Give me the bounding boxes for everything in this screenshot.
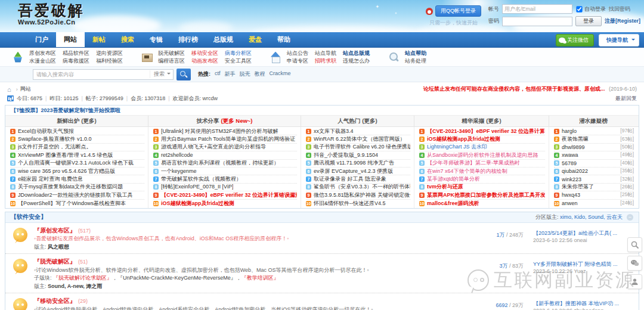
topic-link[interactable]: xx文库下载器3.4 — [314, 128, 354, 135]
home-icon[interactable]: ⌂ — [7, 86, 11, 93]
hot-keyword-脱壳[interactable]: 脱壳 — [240, 70, 250, 78]
password-input[interactable] — [502, 17, 572, 26]
topic-link[interactable]: iOS越狱检测app及frida过检测 — [161, 200, 234, 207]
auto-login-checkbox[interactable] — [576, 6, 582, 12]
column-header-more-link[interactable]: (更多) — [362, 117, 377, 125]
topic-link[interactable]: 一个keygenme — [161, 168, 197, 175]
account-input[interactable] — [502, 4, 572, 14]
subnav-link-福利经验区[interactable]: 福利经验区 — [96, 58, 123, 64]
topic-link[interactable]: Excel自动获取天气预报 — [18, 128, 74, 135]
find-password-link[interactable]: 找回密码 — [609, 5, 630, 13]
subnav-link-脱壳破解区[interactable]: 脱壳破解区 — [158, 50, 185, 57]
topic-link[interactable]: 【CVE-2021-3490】eBPF verifier 32 位边界计算错误漏… — [161, 191, 297, 199]
topic-link[interactable]: 【少年寻师破界游】第二章-苹果成熟时 — [427, 160, 520, 168]
announcement-link[interactable]: 论坛禁止发布任何可能存在商业侵权内容，包括但不限于影视资源、原创或... (20… — [423, 85, 637, 93]
last-post-link[interactable]: 【2023/5/14更新】ai绘画小工具( ... — [533, 230, 633, 237]
topic-link[interactable]: 腾讯视频 v11.71.9098 纯净无广告 — [314, 160, 394, 168]
topic-link[interactable]: js文件打开是空的，无法断点。 — [18, 144, 92, 151]
topic-link[interactable]: 鲨鱼听书（安卓V0.3.3）不一样的听书体验 — [314, 184, 410, 191]
topic-link[interactable]: 某手游xqtd的简单分析 — [427, 175, 480, 183]
topic-link[interactable]: 56789 — [562, 160, 577, 166]
subnav-link-安全工具区[interactable]: 安全工具区 — [225, 58, 252, 64]
topic-link[interactable]: 用大白Baymax Patch Tools简单逆向某虚拟机的网络验证 — [161, 135, 295, 143]
subforum-link[interactable]: 『教学培训区』 — [242, 275, 279, 281]
topic-link[interactable]: LightningChart JS 去水印 — [427, 144, 487, 151]
topic-link[interactable]: 夜装饰黑嘛 — [562, 135, 589, 143]
topic-link[interactable]: [Ultralink] 对其使用的STM32F4固件的分析与破解 — [161, 128, 278, 135]
nav-item-总版规[interactable]: 总版规 — [206, 32, 241, 47]
subnav-link-移动安全区[interactable]: 移动安全区 — [191, 50, 218, 57]
search-button[interactable] — [177, 69, 191, 80]
topic-link[interactable]: ev录屏 EVCapture_v4.2.3 便携版 — [314, 168, 393, 175]
topic-link[interactable]: JDownloader2一款性能强大的链接抓取下载工具 — [18, 191, 133, 199]
nav-item-排行榜[interactable]: 排行榜 — [171, 32, 206, 47]
subnav-link-病毒分析区[interactable]: 病毒分析区 — [225, 50, 252, 57]
section-title[interactable]: 【软件安全】 — [11, 213, 47, 221]
search-scope-dropdown[interactable]: 搜索 — [150, 70, 173, 78]
nav-item-新帖[interactable]: 新帖 — [85, 32, 113, 47]
moderator-names[interactable]: Sound, A-new, 涛之雨 — [48, 283, 102, 289]
wechat-icon[interactable] — [627, 256, 642, 271]
topic-link[interactable]: malloc&free源码浅析 — [427, 200, 479, 207]
moderator-names[interactable]: 风之暇想 — [48, 244, 69, 250]
site-logo[interactable]: 吾爱破解 Www.52PoJie.Cn — [18, 3, 85, 26]
subnav-link-违规怎么办[interactable]: 违规怎么办 — [343, 58, 370, 64]
topic-link[interactable]: hwxq43 — [562, 192, 580, 198]
section-moderators-names[interactable]: ximo, Kido, Sound, 云在天 — [558, 214, 623, 220]
subnav-link-站务处理[interactable]: 站务处理 — [405, 58, 426, 64]
topic-link[interactable]: 怀旧&情怀软件--快速还原V4.5 — [314, 200, 386, 207]
topic-link[interactable]: 游戏通用人物飞天+高空直走的逆向分析指导 — [161, 144, 266, 151]
quick-nav-button[interactable]: 快捷导航 — [599, 34, 639, 46]
qq-login-button[interactable]: 用QQ帐号登录 — [435, 5, 481, 17]
subforum-link[interactable]: 『UnPackMe◦CrackMe◦KeyGenMe◦ReverseMe』 — [117, 275, 236, 281]
topic-link[interactable]: 关于mysql直接复制data文件夹迁移数据问题 — [18, 184, 123, 191]
topic-link[interactable]: 【PowerShell】写了个Windows基线检查脚本 — [18, 200, 126, 207]
subnav-link-逆向资源区[interactable]: 逆向资源区 — [96, 50, 123, 57]
forum-name-link[interactable]: 『原创发布区』 — [34, 226, 76, 235]
topic-link[interactable]: 朱朱你堕落了 — [562, 184, 594, 191]
column-header-more-link[interactable]: (更多) — [486, 117, 501, 125]
topic-link[interactable]: xwawa — [562, 152, 578, 158]
topic-link[interactable]: e能家园 定时查询 电费信息 — [18, 175, 83, 183]
hot-keyword-教程[interactable]: 教程 — [255, 70, 265, 78]
collapse-icon[interactable]: − — [627, 214, 633, 221]
nav-item-搜索[interactable]: 搜索 — [113, 32, 142, 47]
subnav-link-病毒救援区[interactable]: 病毒救援区 — [63, 58, 89, 64]
subnav-link-站点总版规[interactable]: 站点总版规 — [343, 50, 370, 57]
subnav-link-编程语言区[interactable]: 编程语言区 — [158, 58, 185, 64]
topic-link[interactable]: 个人自用清爽一键锁屏V2.3.1 AutoLock 绿色下载 — [18, 160, 134, 168]
breadcrumb-site-link[interactable]: 网站 — [20, 85, 31, 93]
last-post-link[interactable]: 【新手教程】搜图神器 本地VIP功 ... — [533, 300, 633, 308]
subforum-link[interactable]: 『脱壳破解讨论求助区』 — [53, 275, 112, 281]
topic-link[interactable]: wise care 365 pro v6.5.4.626 官方赠品版 — [18, 168, 115, 175]
column-header-more-link[interactable]: (更多) — [81, 117, 96, 125]
nav-item-专辑[interactable]: 专辑 — [142, 32, 171, 47]
topic-link[interactable]: 电子书管理软件 Calibre v6.20 绿色便携版【2023-6-9发布】 — [314, 144, 410, 151]
column-header-more-link[interactable]: (更多 New~) — [221, 117, 252, 125]
login-button[interactable]: 登录 — [575, 16, 602, 26]
subnav-link-水漫金山区[interactable]: 水漫金山区 — [29, 58, 56, 64]
topic-link[interactable]: 带壳破解某软件实战（视频教程） — [161, 175, 242, 183]
nav-item-爱盘[interactable]: 爱盘 — [241, 32, 270, 47]
topic-link[interactable]: WinRAR 6.22简体中文（德国官网版） — [314, 135, 405, 143]
topic-link[interactable]: 在win7 x64下做个简单的内核绘制 — [427, 168, 507, 175]
user-icon[interactable] — [627, 274, 642, 289]
register-link[interactable]: 注册[Register] — [605, 17, 640, 25]
hot-keyword-新手[interactable]: 新手 — [225, 70, 236, 78]
search-icon[interactable] — [627, 237, 642, 252]
tshirt-vote-link[interactable]: 【T恤投票】2023吾爱破解定制T恤开始投票啦 — [11, 107, 120, 114]
topic-link[interactable]: wink223 — [562, 176, 581, 182]
hot-keyword-Crackme[interactable]: Crackme — [270, 70, 291, 78]
nav-item-门户[interactable]: 门户 — [27, 32, 56, 47]
forum-name-link[interactable]: 『脱壳破解区』 — [34, 257, 76, 266]
topic-link[interactable]: anwen — [562, 200, 578, 206]
forum-name-link[interactable]: 『移动安全区』 — [34, 296, 76, 305]
topic-link[interactable]: 取证录像录音 好工具 隐宏录象 — [314, 175, 386, 183]
nav-item-网站[interactable]: 网站 — [56, 32, 85, 47]
subnav-link-申请专区[interactable]: 申请专区 — [287, 58, 308, 64]
topic-link[interactable]: [转帖]ExeinfoPE_0078_II [ViP] — [161, 184, 233, 191]
subnav-link-招聘求职[interactable]: 招聘求职 — [315, 58, 336, 64]
last-post-link[interactable]: YY多开限制破解补丁 附绿色精简 ... — [533, 261, 633, 268]
wechat-follow-button[interactable]: 关注微信 — [556, 34, 594, 46]
subnav-link-精品软件区[interactable]: 精品软件区 — [63, 50, 89, 57]
